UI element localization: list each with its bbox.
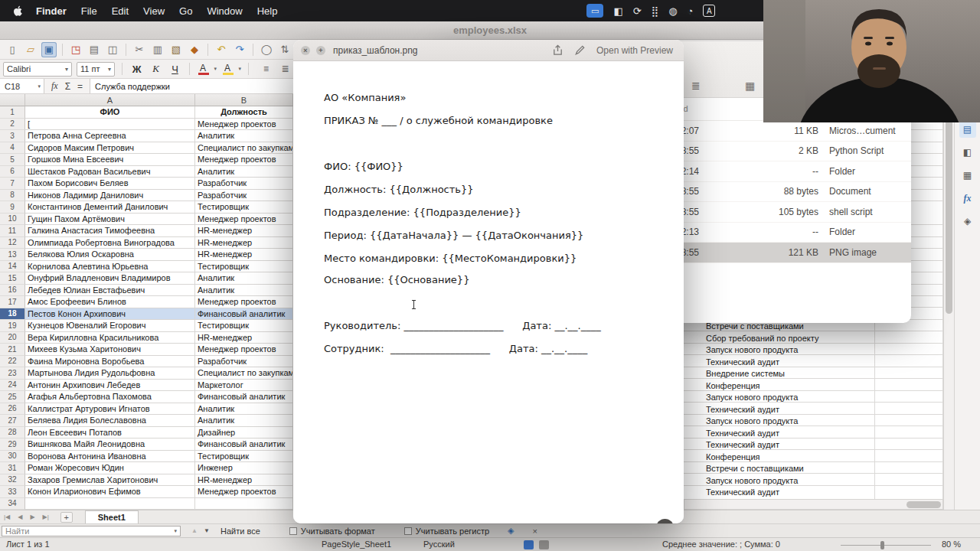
font-size-select[interactable]: 11 пт: [77, 62, 115, 77]
row-header-7[interactable]: 7: [0, 178, 25, 190]
cell-B33[interactable]: Менеджер проектов: [195, 486, 293, 498]
cell-A31[interactable]: Роман Жоресович Юдин: [25, 462, 195, 474]
find-input[interactable]: Найти: [2, 526, 181, 536]
markup-pencil-icon[interactable]: [574, 44, 586, 56]
cell-E28[interactable]: Технический аудит: [706, 429, 779, 438]
cell-A15[interactable]: Онуфрий Владленович Владимиров: [25, 272, 195, 285]
cell-E26[interactable]: Технический аудит: [706, 405, 779, 414]
row-header-8[interactable]: 8: [0, 190, 25, 202]
row-header-2[interactable]: 2: [0, 119, 25, 131]
redo-icon[interactable]: ↷: [232, 42, 247, 57]
align-left-icon[interactable]: ≡: [259, 62, 273, 77]
time-machine-icon[interactable]: ◔: [687, 5, 693, 17]
cell-A24[interactable]: Антонин Архипович Лебедев: [25, 380, 195, 392]
display-icon[interactable]: ◧: [613, 5, 622, 17]
cell-A7[interactable]: Пахом Борисович Беляев: [25, 178, 195, 190]
row-header-32[interactable]: 32: [0, 474, 25, 487]
undo-icon[interactable]: ↶: [214, 42, 229, 57]
cell-A21[interactable]: Михеев Кузьма Харитонович: [25, 344, 195, 356]
cell-B24[interactable]: Маркетолог: [195, 380, 293, 392]
cell-A10[interactable]: Гущин Пахом Артёмович: [25, 214, 195, 226]
last-sheet-button[interactable]: ▶|: [39, 514, 53, 520]
close-window-button[interactable]: ×: [301, 46, 310, 55]
row-header-24[interactable]: 24: [0, 380, 25, 392]
cell-B21[interactable]: Менеджер проектов: [195, 344, 293, 356]
italic-button[interactable]: К: [149, 62, 163, 77]
cell-A1[interactable]: ФИО: [25, 106, 195, 119]
sync-icon[interactable]: ⟳: [633, 5, 642, 17]
group-view-icon[interactable]: ▦: [745, 80, 755, 92]
print-preview-icon[interactable]: ◫: [105, 42, 120, 57]
cell-A30[interactable]: Воронова Антонина Ивановна: [25, 451, 195, 463]
input-source-icon[interactable]: А: [703, 5, 715, 17]
cell-E29[interactable]: Технический аудит: [706, 440, 779, 449]
clone-formatting-icon[interactable]: ◆: [187, 42, 202, 57]
cell-A14[interactable]: Корнилова Алевтина Юрьевна: [25, 261, 195, 273]
cell-A11[interactable]: Галкина Анастасия Тимофеевна: [25, 225, 195, 237]
modified-status-icon[interactable]: [539, 540, 549, 549]
cell-B23[interactable]: Специалист по закупкам: [195, 367, 293, 380]
functions-icon[interactable]: fx: [959, 190, 976, 207]
cell-A26[interactable]: Каллистрат Артурович Игнатов: [25, 403, 195, 416]
horizontal-scroll-thumb[interactable]: [906, 501, 941, 508]
cell-B9[interactable]: Тестировщик: [195, 201, 293, 214]
row-header-4[interactable]: 4: [0, 142, 25, 155]
cell-B26[interactable]: Аналитик: [195, 403, 293, 416]
column-header-A[interactable]: A: [25, 94, 195, 106]
row-header-25[interactable]: 25: [0, 391, 25, 403]
cell-B32[interactable]: HR-менеджер: [195, 474, 293, 487]
row-header-17[interactable]: 17: [0, 296, 25, 308]
formula-input[interactable]: Служба поддержки: [90, 79, 293, 93]
copy-icon[interactable]: ▥: [150, 42, 165, 57]
select-all-corner[interactable]: [0, 94, 25, 106]
cell-A20[interactable]: Вера Кирилловна Красильникова: [25, 332, 195, 344]
zoom-level[interactable]: 80 %: [942, 540, 961, 549]
cell-E24[interactable]: Конференция: [706, 381, 760, 390]
gallery-icon[interactable]: ▦: [959, 167, 976, 184]
cell-A23[interactable]: Мартынова Лидия Рудольфовна: [25, 367, 195, 380]
share-icon[interactable]: [552, 44, 564, 56]
quicklook-titlebar[interactable]: × + приказ_шаблон.png Open with Preview: [293, 40, 684, 61]
highlight-color-button[interactable]: А: [221, 62, 241, 77]
list-view-icon[interactable]: ≣: [691, 80, 701, 92]
vertical-scrollbar[interactable]: [943, 106, 954, 510]
font-name-select[interactable]: Calibri: [3, 62, 72, 77]
row-header-15[interactable]: 15: [0, 272, 25, 285]
paste-icon[interactable]: ▧: [168, 42, 184, 57]
cell-E30[interactable]: Конференция: [706, 452, 760, 461]
menu-window[interactable]: Window: [207, 5, 242, 17]
cell-A6[interactable]: Шестаков Радован Васильевич: [25, 166, 195, 178]
cell-B15[interactable]: Аналитик: [195, 272, 293, 285]
row-header-9[interactable]: 9: [0, 201, 25, 214]
cell-B31[interactable]: Инженер: [195, 462, 293, 474]
row-header-31[interactable]: 31: [0, 462, 25, 474]
add-sheet-button[interactable]: +: [60, 512, 73, 523]
name-box[interactable]: C18: [0, 79, 44, 93]
column-header-B[interactable]: B: [195, 94, 293, 106]
sheet-tab-sheet1[interactable]: Sheet1: [85, 510, 139, 523]
print-icon[interactable]: ▤: [87, 42, 102, 57]
find-all-button[interactable]: Найти все: [220, 527, 260, 536]
cell-B30[interactable]: Тестировщик: [195, 451, 293, 463]
cell-E31[interactable]: Встречи с поставщиками: [706, 464, 804, 473]
cell-B28[interactable]: Дизайнер: [195, 427, 293, 439]
row-header-19[interactable]: 19: [0, 320, 25, 332]
cell-A33[interactable]: Конон Иларионович Ефимов: [25, 486, 195, 498]
sort-icon[interactable]: ⇅: [277, 42, 292, 57]
language-status[interactable]: Русский: [423, 540, 455, 549]
find-settings-icon[interactable]: ◈: [508, 526, 514, 536]
row-header-21[interactable]: 21: [0, 344, 25, 356]
cell-B5[interactable]: Менеджер проектов: [195, 154, 293, 166]
bold-button[interactable]: Ж: [129, 62, 144, 77]
row-header-29[interactable]: 29: [0, 439, 25, 451]
cell-A32[interactable]: Захаров Гремислав Харитонович: [25, 474, 195, 487]
cell-B29[interactable]: Финансовый аналитик: [195, 439, 293, 451]
cell-B6[interactable]: Аналитик: [195, 166, 293, 178]
previous-sheet-button[interactable]: ◀: [14, 514, 26, 520]
row-header-12[interactable]: 12: [0, 237, 25, 249]
row-header-13[interactable]: 13: [0, 249, 25, 261]
zoom-slider-thumb[interactable]: [880, 541, 884, 549]
cell-B18[interactable]: Финансовый аналитик: [195, 308, 293, 321]
menu-file[interactable]: File: [81, 5, 97, 17]
navigator-icon[interactable]: ◈: [959, 213, 976, 230]
